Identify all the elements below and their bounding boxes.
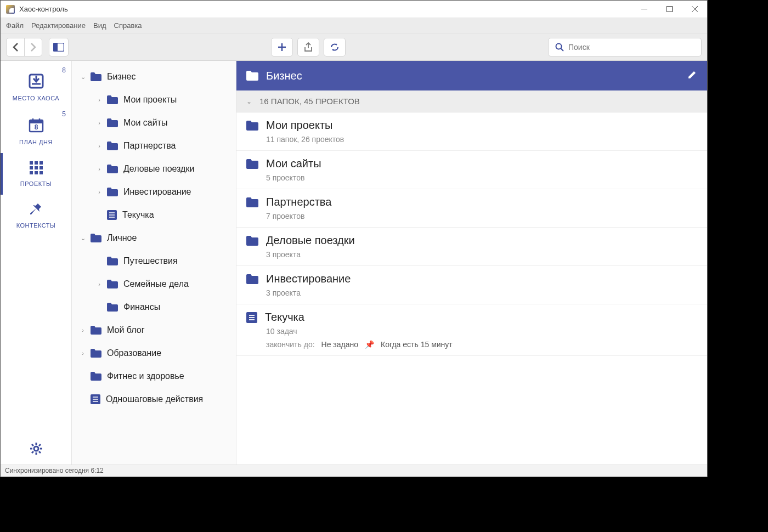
nav-plan-label: ПЛАН ДНЯ: [19, 139, 53, 145]
tree-education[interactable]: › Образование: [72, 342, 236, 365]
add-button[interactable]: [271, 38, 293, 56]
share-button[interactable]: [297, 38, 319, 56]
tree-item[interactable]: › Инвестирование: [72, 180, 236, 203]
chevron-down-icon[interactable]: ⌄: [78, 73, 87, 81]
back-button[interactable]: [7, 38, 24, 56]
tree-item[interactable]: Путешествия: [72, 250, 236, 273]
chevron-right-icon[interactable]: ›: [95, 97, 104, 103]
folder-icon: [91, 234, 101, 242]
chaos-badge: 8: [62, 66, 66, 74]
pin-icon: [29, 202, 43, 218]
tree-label: Мои сайты: [123, 118, 167, 128]
folder-icon: [107, 118, 118, 127]
tree-onestep[interactable]: Одношаговые действия: [72, 388, 236, 411]
chevron-down-icon[interactable]: ⌄: [78, 235, 87, 242]
item-sub: 3 проекта: [266, 250, 697, 259]
tree-item[interactable]: Текучка: [72, 203, 236, 227]
chevron-right-icon[interactable]: ›: [78, 350, 87, 356]
tree-item[interactable]: › Семейные дела: [72, 273, 236, 296]
content-panel: Бизнес ⌄ 16 ПАПОК, 45 ПРОЕКТОВ Мои проек…: [236, 61, 707, 465]
chevron-right-icon[interactable]: ›: [95, 281, 104, 287]
item-sub: 10 задач: [266, 327, 697, 336]
edit-button[interactable]: [687, 70, 697, 82]
item-meta: закончить до: Не задано 📌 Когда есть 15 …: [266, 340, 697, 349]
chevron-right-icon[interactable]: ›: [95, 120, 104, 126]
folder-icon: [246, 121, 258, 131]
nav-contexts[interactable]: КОНТЕКСТЫ: [1, 195, 71, 236]
content-item[interactable]: Партнерства 7 проектов: [236, 189, 707, 228]
chevron-right-icon[interactable]: ›: [95, 143, 104, 149]
tree-item[interactable]: › Деловые поездки: [72, 157, 236, 180]
toolbar-center: [69, 38, 548, 56]
close-button[interactable]: [682, 1, 707, 18]
app-icon: [6, 5, 15, 14]
tree-label: Текучка: [122, 210, 154, 220]
content-item[interactable]: Инвестирование 3 проекта: [236, 266, 707, 304]
content-item[interactable]: Мои проекты 11 папок, 26 проектов: [236, 112, 707, 151]
tree-blog[interactable]: › Мой блог: [72, 319, 236, 342]
nav-projects[interactable]: ПРОЕКТЫ: [1, 153, 71, 195]
search-input[interactable]: [568, 43, 694, 52]
svg-rect-19: [35, 161, 38, 165]
titlebar: Хаос-контроль: [1, 1, 707, 18]
list-icon: [107, 210, 117, 220]
calendar-icon: 8: [28, 117, 44, 134]
list-icon: [246, 312, 257, 323]
item-title: Мои сайты: [266, 157, 321, 170]
svg-rect-24: [30, 171, 33, 174]
tree-label: Мой блог: [107, 325, 144, 335]
folder-icon: [246, 197, 258, 207]
tree-label: Одношаговые действия: [106, 394, 203, 404]
chevron-right-icon[interactable]: ›: [78, 327, 87, 333]
panel-toggle-button[interactable]: [49, 38, 69, 56]
forward-button[interactable]: [24, 38, 42, 56]
chevron-right-icon[interactable]: ›: [95, 166, 104, 172]
minimize-button[interactable]: [631, 1, 657, 18]
content-item[interactable]: Текучка 10 задач закончить до: Не задано…: [236, 304, 707, 356]
settings-button[interactable]: [1, 433, 71, 465]
tree-business[interactable]: ⌄ Бизнес: [72, 65, 236, 88]
tree-label: Мои проекты: [123, 95, 177, 105]
search-box[interactable]: [548, 38, 702, 56]
nav-plan[interactable]: 5 8 ПЛАН ДНЯ: [1, 109, 71, 153]
grid-icon: [29, 161, 43, 176]
folder-icon: [246, 71, 258, 81]
statusbar: Синхронизировано сегодня 6:12: [1, 465, 707, 477]
folder-icon: [91, 72, 101, 81]
nav-contexts-label: КОНТЕКСТЫ: [16, 222, 56, 229]
window-title: Хаос-контроль: [19, 5, 631, 13]
svg-point-8: [556, 43, 562, 49]
maximize-button[interactable]: [657, 1, 682, 18]
subheader-text: 16 ПАПОК, 45 ПРОЕКТОВ: [259, 97, 360, 106]
tree-label: Семейные дела: [123, 279, 189, 289]
tree-label: Образование: [107, 348, 161, 358]
content-subheader[interactable]: ⌄ 16 ПАПОК, 45 ПРОЕКТОВ: [236, 90, 707, 112]
folder-icon: [107, 280, 118, 288]
tree-personal[interactable]: ⌄ Личное: [72, 227, 236, 250]
content-item[interactable]: Мои сайты 5 проектов: [236, 151, 707, 189]
menu-view[interactable]: Вид: [93, 21, 106, 30]
chevron-right-icon[interactable]: ›: [95, 189, 104, 195]
menu-help[interactable]: Справка: [114, 21, 142, 30]
menubar: Файл Редактирование Вид Справка: [1, 18, 707, 33]
svg-rect-22: [35, 166, 38, 169]
nav-sidebar: 8 МЕСТО ХАОСА 5 8 ПЛАН ДНЯ ПРОЕКТЫ: [1, 61, 72, 465]
tree-label: Путешествия: [123, 256, 178, 266]
svg-rect-5: [54, 43, 58, 51]
svg-text:8: 8: [34, 123, 38, 131]
folder-icon: [107, 142, 118, 150]
svg-rect-20: [39, 161, 43, 165]
tree-fitness[interactable]: Фитнес и здоровье: [72, 365, 236, 388]
menu-edit[interactable]: Редактирование: [31, 21, 86, 30]
tree-item[interactable]: Финансы: [72, 296, 236, 319]
folder-icon: [91, 326, 101, 335]
nav-chaos[interactable]: 8 МЕСТО ХАОСА: [1, 65, 71, 109]
content-item[interactable]: Деловые поездки 3 проекта: [236, 228, 707, 266]
folder-icon: [107, 95, 118, 104]
tree-item[interactable]: › Партнерства: [72, 134, 236, 157]
sync-button[interactable]: [324, 38, 346, 56]
tree-item[interactable]: › Мои сайты: [72, 111, 236, 134]
tree-item[interactable]: › Мои проекты: [72, 88, 236, 111]
menu-file[interactable]: Файл: [6, 21, 24, 30]
tree-label: Личное: [107, 233, 137, 243]
